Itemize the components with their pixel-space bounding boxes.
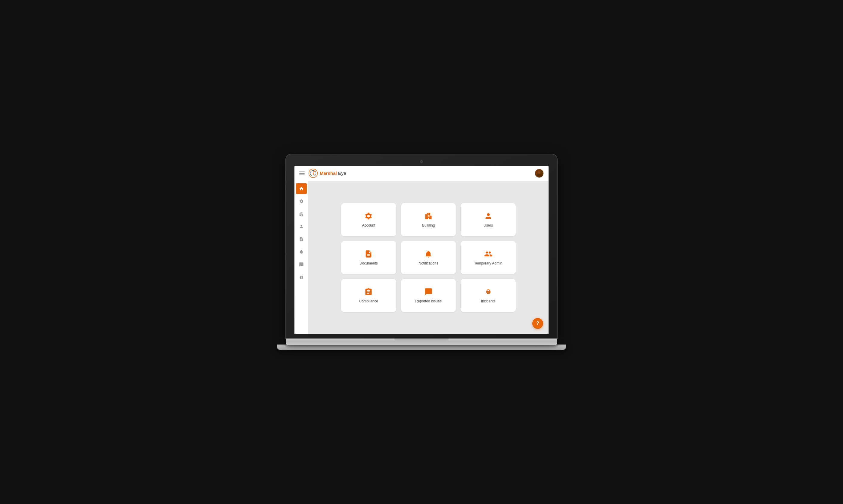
laptop-hinge — [394, 339, 449, 341]
card-compliance-label: Compliance — [359, 299, 378, 303]
bell-icon-sidebar — [299, 249, 304, 254]
card-users[interactable]: Users — [461, 203, 516, 236]
card-documents[interactable]: Documents — [341, 241, 396, 274]
sidebar-item-users[interactable] — [296, 221, 307, 232]
header-left: Marshal Eye — [299, 168, 346, 178]
logo-text: Marshal Eye — [320, 170, 346, 176]
gear-icon-card — [364, 212, 373, 220]
sidebar-item-chat[interactable] — [296, 259, 307, 270]
help-label: ? — [536, 321, 539, 326]
fire-icon-sidebar — [299, 275, 304, 280]
help-button[interactable]: ? — [532, 318, 543, 329]
card-compliance[interactable]: Compliance — [341, 279, 396, 312]
card-temporary-admin-label: Temporary Admin — [474, 261, 502, 265]
fire-hydrant-icon-card — [484, 288, 493, 296]
sidebar-item-home[interactable] — [296, 183, 307, 194]
svg-point-2 — [313, 170, 315, 172]
group-icon-card — [484, 250, 493, 258]
menu-button[interactable] — [299, 172, 305, 175]
laptop-bezel: Marshal Eye — [286, 155, 557, 339]
sidebar-item-building[interactable] — [296, 209, 307, 219]
avatar[interactable] — [535, 169, 544, 178]
header: Marshal Eye — [295, 166, 548, 181]
building-icon-card — [424, 212, 433, 220]
user-icon-sidebar — [299, 224, 304, 229]
chat-icon-sidebar — [299, 262, 304, 267]
card-notifications-label: Notifications — [419, 261, 438, 265]
card-account-label: Account — [362, 223, 375, 228]
avatar-icon — [536, 170, 542, 176]
sidebar-item-settings[interactable] — [296, 196, 307, 207]
main-layout: Account Building — [295, 181, 548, 334]
card-building[interactable]: Building — [401, 203, 456, 236]
camera-notch — [420, 160, 423, 163]
card-users-label: Users — [484, 223, 493, 228]
sidebar-item-documents[interactable] — [296, 234, 307, 245]
card-account[interactable]: Account — [341, 203, 396, 236]
document-icon-card — [364, 250, 373, 258]
content-area: Account Building — [308, 181, 548, 334]
card-building-label: Building — [422, 223, 435, 228]
card-temporary-admin[interactable]: Temporary Admin — [461, 241, 516, 274]
clipboard-icon-card — [364, 288, 373, 296]
screen: Marshal Eye — [295, 166, 548, 334]
logo-name-eye: Eye — [338, 170, 346, 176]
dashboard-grid: Account Building — [341, 203, 516, 312]
building-icon-sidebar — [299, 212, 304, 216]
card-reported-issues-label: Reported Issues — [415, 299, 441, 303]
logo-name-marshal: Marshal — [320, 170, 337, 176]
logo-icon — [308, 168, 318, 178]
card-reported-issues[interactable]: Reported Issues — [401, 279, 456, 312]
home-icon — [299, 186, 304, 191]
card-notifications[interactable]: Notifications — [401, 241, 456, 274]
logo: Marshal Eye — [308, 168, 346, 178]
bell-icon-card — [424, 250, 433, 258]
laptop-base — [277, 344, 566, 350]
card-incidents[interactable]: Incidents — [461, 279, 516, 312]
chat-bubble-icon-card — [424, 288, 433, 296]
sidebar-item-notifications[interactable] — [296, 247, 307, 257]
card-incidents-label: Incidents — [481, 299, 495, 303]
svg-point-3 — [538, 171, 540, 174]
card-documents-label: Documents — [359, 261, 378, 265]
sidebar — [295, 181, 308, 334]
sidebar-item-compliance[interactable] — [296, 272, 307, 283]
laptop-wrapper: Marshal Eye — [286, 155, 557, 350]
document-icon-sidebar — [299, 237, 304, 241]
gear-icon — [299, 199, 304, 204]
laptop-bottom — [286, 339, 557, 345]
person-icon-card — [484, 212, 493, 220]
